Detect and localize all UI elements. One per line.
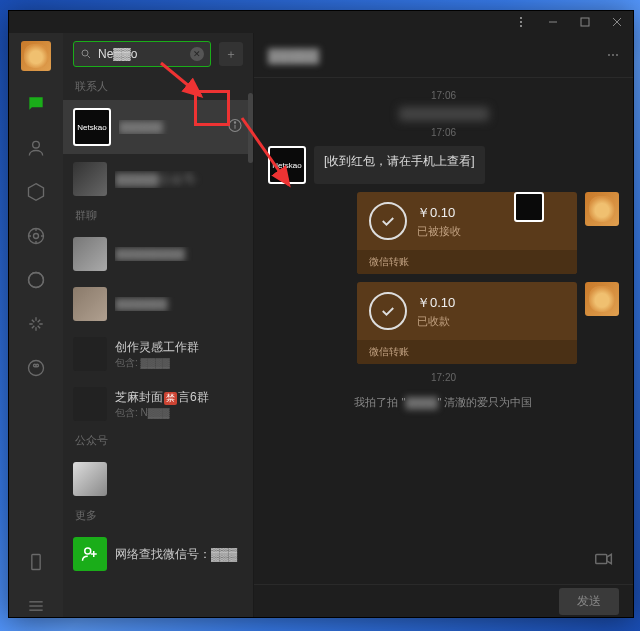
contact-avatar: Netskao bbox=[73, 108, 111, 146]
svg-rect-2 bbox=[520, 25, 522, 27]
spark-icon[interactable] bbox=[25, 313, 47, 335]
transfer-status: 已被接收 bbox=[417, 224, 461, 239]
quoted-avatar bbox=[514, 192, 544, 222]
favorites-icon[interactable] bbox=[25, 181, 47, 203]
transfer-footer: 微信转账 bbox=[357, 340, 577, 364]
my-avatar[interactable] bbox=[585, 192, 619, 226]
section-contacts: 联系人 bbox=[63, 75, 253, 100]
user-avatar[interactable] bbox=[21, 41, 51, 71]
group-avatar bbox=[73, 287, 107, 321]
svg-point-16 bbox=[82, 50, 88, 56]
message-outgoing: ￥0.10 已被接收 微信转账 bbox=[268, 192, 619, 274]
chat-panel: ▓▓▓▓▓ ⋯ 17:06 17:06 Netskao [收到红包，请在手机上查… bbox=[254, 33, 633, 617]
section-more: 更多 bbox=[63, 504, 253, 529]
message-outgoing: ￥0.10 已收款 微信转账 bbox=[268, 282, 619, 364]
svg-point-7 bbox=[33, 141, 40, 148]
contact-item[interactable]: Netskao ▓▓▓▓▓ bbox=[63, 100, 253, 154]
pat-message: 我拍了拍 "▓▓▓▓" 清澈的爱只为中国 bbox=[268, 395, 619, 410]
official-item[interactable] bbox=[63, 454, 253, 504]
chat-icon[interactable] bbox=[25, 93, 47, 115]
video-call-icon[interactable] bbox=[593, 548, 615, 573]
group-sub: 包含: ▓▓▓▓ bbox=[115, 356, 243, 370]
group-name: ▓▓▓▓▓▓▓▓ bbox=[115, 247, 243, 261]
time-separator: 17:06 bbox=[268, 127, 619, 138]
group-item[interactable]: ▓▓▓▓▓▓▓▓ bbox=[63, 229, 253, 279]
add-button[interactable]: ＋ bbox=[219, 42, 243, 66]
group-name: 创作灵感工作群 bbox=[115, 339, 243, 356]
mini-program-icon[interactable] bbox=[25, 357, 47, 379]
contact-name: ▓▓▓▓▓公众号· bbox=[115, 171, 243, 188]
svg-point-11 bbox=[29, 361, 44, 376]
scrollbar-thumb[interactable] bbox=[248, 93, 253, 163]
time-separator: 17:20 bbox=[268, 372, 619, 383]
group-name: 芝麻封面禁言6群 bbox=[115, 389, 243, 406]
transfer-card[interactable]: ￥0.10 已被接收 微信转账 bbox=[357, 192, 577, 274]
sidebar: ✕ ＋ 联系人 Netskao ▓▓▓▓▓ ▓▓▓▓▓公众号· 群聊 ▓▓▓▓▓… bbox=[63, 33, 254, 617]
info-icon[interactable] bbox=[227, 118, 243, 137]
transfer-status: 已收款 bbox=[417, 314, 455, 329]
titlebar bbox=[9, 11, 633, 33]
my-avatar[interactable] bbox=[585, 282, 619, 316]
minimize-button[interactable] bbox=[537, 11, 569, 33]
search-field[interactable] bbox=[96, 46, 186, 62]
svg-rect-24 bbox=[596, 554, 607, 563]
check-icon bbox=[369, 292, 407, 330]
close-button[interactable] bbox=[601, 11, 633, 33]
message-incoming: Netskao [收到红包，请在手机上查看] bbox=[268, 146, 619, 184]
clear-search-icon[interactable]: ✕ bbox=[190, 47, 204, 61]
files-icon[interactable] bbox=[25, 225, 47, 247]
group-name: ▓▓▓▓▓▓ bbox=[115, 297, 243, 311]
contact-avatar bbox=[73, 162, 107, 196]
chat-title: ▓▓▓▓▓ bbox=[268, 47, 319, 63]
chat-menu-icon[interactable]: ⋯ bbox=[607, 48, 619, 62]
svg-line-17 bbox=[88, 56, 91, 59]
svg-rect-4 bbox=[581, 18, 589, 26]
svg-rect-0 bbox=[520, 17, 522, 19]
app-window: ✕ ＋ 联系人 Netskao ▓▓▓▓▓ ▓▓▓▓▓公众号· 群聊 ▓▓▓▓▓… bbox=[8, 10, 634, 618]
section-groups: 群聊 bbox=[63, 204, 253, 229]
sender-avatar[interactable]: Netskao bbox=[268, 146, 306, 184]
group-item[interactable]: 芝麻封面禁言6群 包含: N▓▓▓ bbox=[63, 379, 253, 429]
svg-point-21 bbox=[85, 548, 91, 554]
time-separator: 17:06 bbox=[268, 90, 619, 101]
chat-input-bar: 发送 bbox=[254, 584, 633, 617]
add-friend-icon bbox=[73, 537, 107, 571]
transfer-amount: ￥0.10 bbox=[417, 204, 461, 222]
message-bubble: [收到红包，请在手机上查看] bbox=[314, 146, 485, 184]
transfer-footer: 微信转账 bbox=[357, 250, 577, 274]
group-sub: 包含: N▓▓▓ bbox=[115, 406, 243, 420]
official-avatar bbox=[73, 462, 107, 496]
svg-rect-1 bbox=[520, 21, 522, 23]
chat-body: 17:06 17:06 Netskao [收到红包，请在手机上查看] bbox=[254, 78, 633, 584]
svg-rect-12 bbox=[32, 555, 40, 570]
svg-point-20 bbox=[234, 122, 235, 123]
send-button[interactable]: 发送 bbox=[559, 588, 619, 615]
menu-icon[interactable] bbox=[25, 595, 47, 617]
search-icon bbox=[80, 48, 92, 60]
phone-icon[interactable] bbox=[25, 551, 47, 573]
moments-icon[interactable] bbox=[25, 269, 47, 291]
search-input[interactable]: ✕ bbox=[73, 41, 211, 67]
group-avatar bbox=[73, 387, 107, 421]
group-item[interactable]: ▓▓▓▓▓▓ bbox=[63, 279, 253, 329]
search-web-label: 网络查找微信号：▓▓▓ bbox=[115, 546, 243, 563]
transfer-amount: ￥0.10 bbox=[417, 294, 455, 312]
settings-top-icon[interactable] bbox=[505, 11, 537, 33]
group-avatar bbox=[73, 337, 107, 371]
transfer-card[interactable]: ￥0.10 已收款 微信转账 bbox=[357, 282, 577, 364]
check-icon bbox=[369, 202, 407, 240]
search-results: 联系人 Netskao ▓▓▓▓▓ ▓▓▓▓▓公众号· 群聊 ▓▓▓▓▓▓▓▓ … bbox=[63, 75, 253, 617]
search-web-item[interactable]: 网络查找微信号：▓▓▓ bbox=[63, 529, 253, 579]
maximize-button[interactable] bbox=[569, 11, 601, 33]
system-message bbox=[399, 107, 489, 121]
section-official: 公众号 bbox=[63, 429, 253, 454]
contact-item[interactable]: ▓▓▓▓▓公众号· bbox=[63, 154, 253, 204]
nav-rail bbox=[9, 33, 63, 617]
chat-header: ▓▓▓▓▓ ⋯ bbox=[254, 33, 633, 78]
group-item[interactable]: 创作灵感工作群 包含: ▓▓▓▓ bbox=[63, 329, 253, 379]
svg-point-9 bbox=[34, 234, 39, 239]
contact-name: ▓▓▓▓▓ bbox=[119, 120, 243, 134]
contacts-icon[interactable] bbox=[25, 137, 47, 159]
group-avatar bbox=[73, 237, 107, 271]
